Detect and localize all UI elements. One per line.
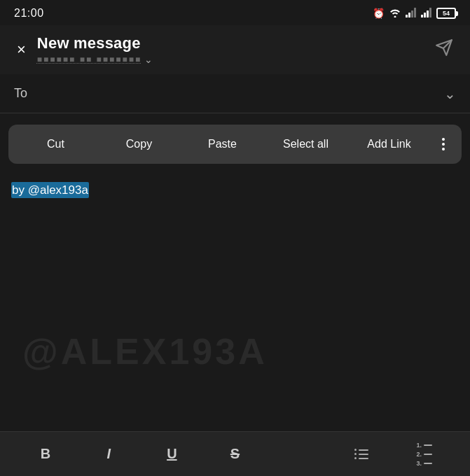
- more-dot-2: [442, 143, 445, 146]
- strikethrough-button[interactable]: S: [203, 432, 266, 476]
- to-label: To: [14, 86, 27, 101]
- message-body[interactable]: by @alex193a @ALEX193A: [0, 175, 470, 388]
- send-button[interactable]: [429, 33, 459, 66]
- app-header: × New message ■■■■■■ ■■ ■■■■■■■ ⌄: [0, 25, 470, 74]
- more-dot-3: [442, 148, 445, 150]
- close-button[interactable]: ×: [11, 36, 32, 63]
- header-title-area: New message ■■■■■■ ■■ ■■■■■■■ ⌄: [37, 34, 429, 65]
- paste-button[interactable]: Paste: [181, 125, 264, 164]
- alarm-icon: ⏰: [373, 8, 385, 19]
- svg-rect-0: [406, 15, 408, 18]
- header-subtitle: ■■■■■■ ■■ ■■■■■■■ ⌄: [37, 54, 429, 65]
- copy-button[interactable]: Copy: [97, 125, 181, 164]
- subtitle-chevron[interactable]: ⌄: [144, 54, 153, 65]
- add-link-button[interactable]: Add Link: [347, 125, 431, 164]
- status-bar: 21:00 ⏰: [0, 0, 470, 25]
- svg-rect-2: [411, 10, 413, 18]
- svg-rect-1: [408, 13, 410, 18]
- status-time: 21:00: [14, 7, 44, 20]
- svg-rect-3: [414, 8, 416, 18]
- bullet-list-button[interactable]: [330, 432, 393, 476]
- more-options-button[interactable]: [431, 125, 456, 164]
- select-all-button[interactable]: Select all: [264, 125, 347, 164]
- signal-icon-2: [421, 8, 432, 20]
- selected-text: by @alex193a: [11, 182, 89, 198]
- cut-button[interactable]: Cut: [14, 125, 97, 164]
- signal-icon: [406, 8, 417, 20]
- svg-rect-7: [429, 8, 431, 18]
- watermark: @ALEX193A: [11, 323, 459, 379]
- svg-rect-5: [424, 13, 426, 18]
- more-dot-1: [442, 138, 445, 141]
- battery-icon: 54: [436, 8, 456, 19]
- subtitle-account: ■■■■■■ ■■ ■■■■■■■: [37, 55, 141, 64]
- bold-button[interactable]: B: [14, 432, 77, 476]
- italic-button[interactable]: I: [77, 432, 140, 476]
- battery-level: 54: [443, 10, 450, 17]
- bullet-list-icon: [354, 449, 368, 459]
- svg-rect-4: [421, 15, 423, 18]
- underline-button[interactable]: U: [140, 432, 203, 476]
- svg-rect-6: [427, 10, 429, 18]
- numbered-list-button[interactable]: 1. 2. 3.: [393, 432, 456, 476]
- bottom-toolbar: B I U S 1. 2. 3.: [0, 431, 470, 476]
- status-icons: ⏰ 54: [373, 8, 456, 20]
- context-menu: Cut Copy Paste Select all Add Link: [8, 125, 462, 164]
- wifi-icon: [389, 8, 401, 20]
- to-field[interactable]: To ⌄: [0, 74, 470, 113]
- numbered-list-icon: 1. 2. 3.: [416, 442, 432, 467]
- header-title: New message: [37, 34, 429, 52]
- to-chevron-icon[interactable]: ⌄: [444, 85, 456, 102]
